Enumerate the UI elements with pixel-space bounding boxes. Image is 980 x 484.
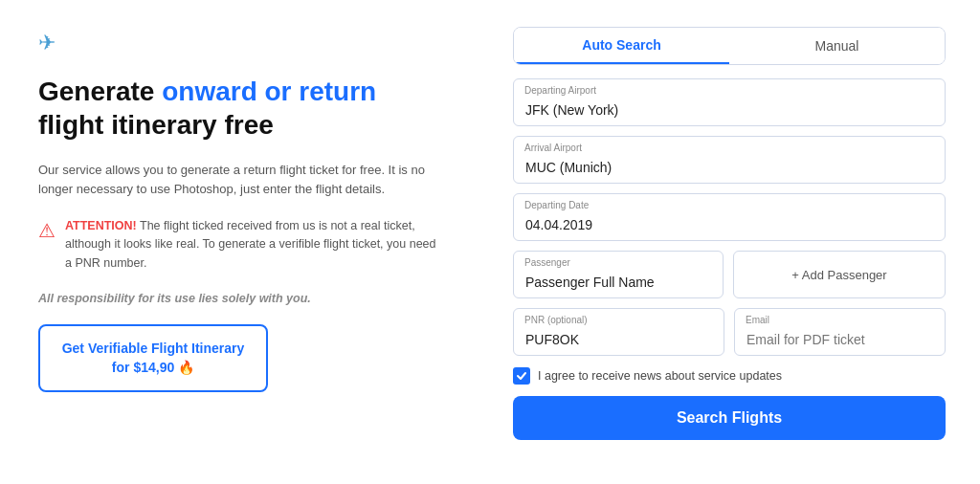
headline: Generate onward or return flight itinera… <box>38 75 440 142</box>
subtitle: Our service allows you to generate a ret… <box>38 161 440 198</box>
email-field: Email <box>734 308 946 356</box>
checkbox-row: I agree to receive news about service up… <box>513 367 946 385</box>
add-passenger-button[interactable]: + Add Passenger <box>733 251 946 298</box>
left-panel: ✈ Generate onward or return flight itine… <box>0 0 479 484</box>
search-flights-button[interactable]: Search Flights <box>513 396 946 440</box>
checkbox-label: I agree to receive news about service up… <box>538 369 782 383</box>
arrival-airport-input[interactable] <box>513 136 946 184</box>
verify-button[interactable]: Get Verifiable Flight Itinerary for $14,… <box>38 324 268 392</box>
right-panel: Auto Search Manual Departing Airport Arr… <box>479 0 980 484</box>
departing-airport-field: Departing Airport <box>513 78 946 126</box>
tab-row: Auto Search Manual <box>513 27 946 65</box>
email-input[interactable] <box>734 308 946 356</box>
plane-icon: ✈ <box>38 31 440 55</box>
passenger-field: Passenger <box>513 251 724 298</box>
arrival-airport-field: Arrival Airport <box>513 136 946 184</box>
pnr-input[interactable] <box>513 308 724 356</box>
passenger-row: Passenger + Add Passenger <box>513 251 946 298</box>
tab-manual[interactable]: Manual <box>729 28 945 64</box>
agree-checkbox[interactable] <box>513 367 530 385</box>
attention-text: ATTENTION! The flight ticked received fr… <box>65 217 440 273</box>
pnr-email-row: PNR (optional) Email <box>513 308 946 356</box>
departing-date-input[interactable] <box>513 193 946 241</box>
passenger-input[interactable] <box>513 251 724 298</box>
attention-label: ATTENTION! <box>65 219 137 232</box>
departing-date-field: Departing Date <box>513 193 946 241</box>
pnr-field: PNR (optional) <box>513 308 724 356</box>
tab-auto-search[interactable]: Auto Search <box>514 28 729 64</box>
attention-box: ⚠ ATTENTION! The flight ticked received … <box>38 217 440 273</box>
warning-icon: ⚠ <box>38 219 56 242</box>
responsibility-text: All responsibility for its use lies sole… <box>38 292 440 305</box>
departing-airport-input[interactable] <box>513 78 946 126</box>
